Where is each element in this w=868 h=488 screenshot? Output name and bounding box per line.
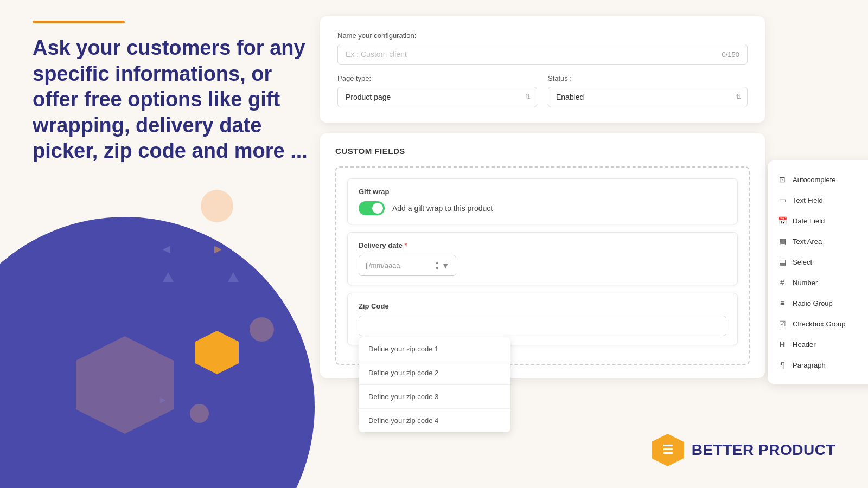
date-field-label: Date Field bbox=[793, 217, 825, 225]
select-label: Select bbox=[793, 258, 812, 266]
sidebar-item-select[interactable]: ▦ Select bbox=[768, 252, 868, 272]
date-arrows: ▲ ▼ bbox=[435, 260, 439, 271]
autocomplete-item-3[interactable]: Define your zip code 3 bbox=[359, 385, 510, 409]
sidebar-item-autocomplete[interactable]: ⊡ Autocomplete bbox=[768, 169, 868, 190]
logo-icon: ☰ bbox=[662, 443, 673, 457]
autocomplete-icon: ⊡ bbox=[777, 175, 787, 184]
checkbox-group-icon: ☑ bbox=[777, 319, 787, 329]
sidebar-item-text-field[interactable]: ▭ Text Field bbox=[768, 190, 868, 210]
calendar-icon[interactable]: ▼ bbox=[442, 261, 449, 270]
left-content: Ask your customers for any specific info… bbox=[33, 35, 309, 164]
page-type-select[interactable]: Product page Cart page Checkout page bbox=[337, 87, 537, 107]
checkbox-group-label: Checkbox Group bbox=[793, 320, 846, 328]
zip-code-input[interactable] bbox=[359, 316, 726, 336]
zip-code-field: Zip Code Define your zip code 1 Define y… bbox=[347, 293, 738, 345]
select-icon: ▦ bbox=[777, 257, 787, 267]
sidebar-item-number[interactable]: # Number bbox=[768, 272, 868, 293]
headline-text: Ask your customers for any specific info… bbox=[33, 35, 309, 164]
gift-wrap-toggle-row: Add a gift wrap to this product bbox=[359, 201, 726, 215]
arrow-left-decoration: ◀ bbox=[163, 243, 170, 255]
text-area-label: Text Area bbox=[793, 237, 822, 246]
text-field-label: Text Field bbox=[793, 196, 823, 204]
custom-fields-title: CUSTOM FIELDS bbox=[335, 146, 750, 156]
drop-zone[interactable]: Gift wrap Add a gift wrap to this produc… bbox=[335, 166, 750, 365]
page-type-label: Page type: bbox=[337, 74, 537, 82]
sidebar-item-paragraph[interactable]: ¶ Paragraph bbox=[768, 355, 868, 375]
name-config-label: Name your configuration: bbox=[337, 31, 748, 40]
delivery-date-label: Delivery date * bbox=[359, 241, 726, 249]
radio-group-label: Radio Group bbox=[793, 299, 833, 307]
radio-group-icon: ≡ bbox=[777, 298, 787, 308]
gift-wrap-toggle-label: Add a gift wrap to this product bbox=[392, 204, 493, 213]
triangle-purple-decoration bbox=[163, 272, 174, 282]
name-config-input-row[interactable]: Ex : Custom client 0/150 bbox=[337, 44, 748, 65]
delivery-date-input[interactable]: jj/mm/aaaa ▲ ▼ ▼ bbox=[359, 255, 456, 276]
date-field-icon: 📅 bbox=[777, 216, 787, 226]
orange-accent-line bbox=[33, 21, 125, 23]
sidebar-item-radio-group[interactable]: ≡ Radio Group bbox=[768, 293, 868, 313]
status-select[interactable]: Enabled Disabled bbox=[548, 87, 748, 107]
sidebar-item-header[interactable]: H Header bbox=[768, 334, 868, 355]
required-indicator: * bbox=[405, 241, 407, 249]
status-select-wrapper: Enabled Disabled bbox=[548, 87, 748, 107]
header-label: Header bbox=[793, 341, 816, 349]
gift-wrap-toggle[interactable] bbox=[359, 201, 385, 215]
autocomplete-item-1[interactable]: Define your zip code 1 bbox=[359, 337, 510, 361]
delivery-date-placeholder: jj/mm/aaaa bbox=[366, 261, 435, 269]
autocomplete-item-2[interactable]: Define your zip code 2 bbox=[359, 361, 510, 385]
name-config-placeholder: Ex : Custom client bbox=[346, 50, 722, 59]
right-panel: Name your configuration: Ex : Custom cli… bbox=[320, 16, 765, 378]
autocomplete-item-4[interactable]: Define your zip code 4 bbox=[359, 409, 510, 432]
circle-peach2-decoration bbox=[250, 317, 274, 342]
logo-hexagon: ☰ bbox=[652, 434, 684, 466]
text-area-icon: ▤ bbox=[777, 236, 787, 246]
sidebar-item-checkbox-group[interactable]: ☑ Checkbox Group bbox=[768, 313, 868, 334]
circle-peach3-decoration bbox=[190, 404, 209, 423]
zip-code-label: Zip Code bbox=[359, 302, 726, 310]
logo-area: ☰ BETTER PRODUCT bbox=[652, 434, 835, 466]
paragraph-icon: ¶ bbox=[777, 360, 787, 370]
page-type-col: Page type: Product page Cart page Checko… bbox=[337, 74, 537, 107]
number-icon: # bbox=[777, 278, 787, 287]
field-types-sidebar: ⊡ Autocomplete ▭ Text Field 📅 Date Field… bbox=[768, 160, 868, 384]
arrow-right-decoration: ▶ bbox=[214, 243, 222, 255]
gift-wrap-field: Gift wrap Add a gift wrap to this produc… bbox=[347, 178, 738, 224]
logo-text: BETTER PRODUCT bbox=[692, 441, 835, 459]
number-label: Number bbox=[793, 279, 818, 287]
custom-fields-card: CUSTOM FIELDS Gift wrap Add a gift wrap … bbox=[320, 133, 765, 378]
sidebar-item-date-field[interactable]: 📅 Date Field bbox=[768, 210, 868, 231]
char-counter: 0/150 bbox=[722, 50, 739, 59]
status-label: Status : bbox=[548, 74, 748, 82]
triangle-purple2-decoration bbox=[228, 272, 239, 282]
status-col: Status : Enabled Disabled bbox=[548, 74, 748, 107]
sidebar-item-text-area[interactable]: ▤ Text Area bbox=[768, 231, 868, 252]
autocomplete-label: Autocomplete bbox=[793, 176, 836, 184]
page-type-select-wrapper: Product page Cart page Checkout page bbox=[337, 87, 537, 107]
delivery-date-field: Delivery date * jj/mm/aaaa ▲ ▼ ▼ bbox=[347, 232, 738, 285]
paragraph-label: Paragraph bbox=[793, 361, 826, 369]
circle-peach-decoration bbox=[201, 190, 233, 222]
header-icon: H bbox=[777, 339, 787, 349]
gift-wrap-label: Gift wrap bbox=[359, 188, 726, 196]
arrow-right2-decoration: ▶ bbox=[160, 395, 166, 404]
config-card: Name your configuration: Ex : Custom cli… bbox=[320, 16, 765, 123]
zip-field-wrapper: Define your zip code 1 Define your zip c… bbox=[359, 316, 726, 336]
autocomplete-dropdown: Define your zip code 1 Define your zip c… bbox=[359, 337, 510, 432]
config-row: Page type: Product page Cart page Checko… bbox=[337, 74, 748, 107]
text-field-icon: ▭ bbox=[777, 195, 787, 205]
